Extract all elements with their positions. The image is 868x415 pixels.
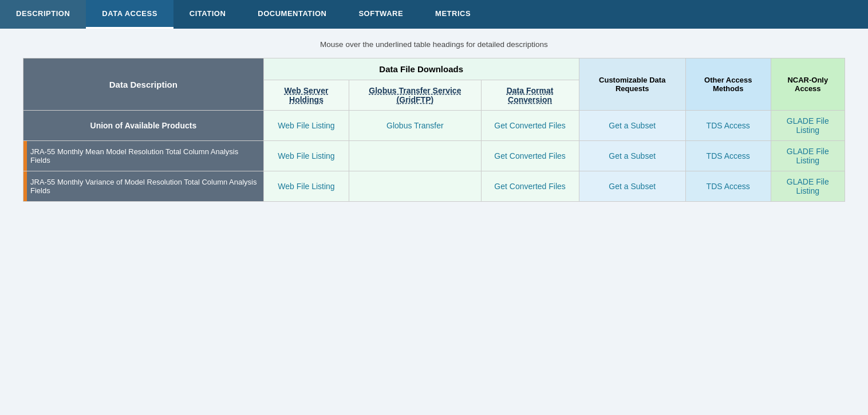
nav-citation[interactable]: CITATION	[173, 0, 242, 29]
col-header-other: Other Access Methods	[685, 58, 771, 111]
col-header-ncar: NCAR-Only Access	[771, 58, 845, 111]
item2-web-server[interactable]: Web File Listing	[263, 171, 349, 202]
table-row-union: Union of Available Products Web File Lis…	[23, 111, 845, 141]
nav-description[interactable]: DESCRIPTION	[0, 0, 86, 29]
col-header-custom: Customizable Data Requests	[579, 58, 685, 111]
nav-software[interactable]: SOFTWARE	[342, 0, 419, 29]
subhead-web-server[interactable]: Web Server Holdings	[263, 80, 349, 111]
union-web-server[interactable]: Web File Listing	[263, 111, 349, 141]
item2-ncar[interactable]: GLADE File Listing	[771, 171, 845, 202]
item1-desc: JRA-55 Monthly Mean Model Resolution Tot…	[23, 141, 264, 171]
item2-globus	[349, 171, 481, 202]
col-header-dl: Data File Downloads	[263, 58, 579, 80]
nav-documentation[interactable]: DOCUMENTATION	[242, 0, 342, 29]
item1-other[interactable]: TDS Access	[685, 141, 771, 171]
item1-data-format[interactable]: Get Converted Files	[481, 141, 579, 171]
item1-ncar[interactable]: GLADE File Listing	[771, 141, 845, 171]
table-row-item-1: JRA-55 Monthly Mean Model Resolution Tot…	[23, 141, 845, 171]
col-header-desc: Data Description	[23, 58, 264, 111]
union-subsetting[interactable]: Get a Subset	[579, 111, 685, 141]
orange-bar-1	[23, 141, 27, 171]
nav-data-access[interactable]: DATA ACCESS	[86, 0, 173, 29]
item2-desc: JRA-55 Monthly Variance of Model Resolut…	[23, 171, 264, 202]
union-data-format[interactable]: Get Converted Files	[481, 111, 579, 141]
nav-metrics[interactable]: METRICS	[419, 0, 487, 29]
main-nav: DESCRIPTION DATA ACCESS CITATION DOCUMEN…	[0, 0, 868, 29]
item2-other[interactable]: TDS Access	[685, 171, 771, 202]
item1-globus	[349, 141, 481, 171]
orange-bar-2	[23, 171, 27, 201]
subhead-globus[interactable]: Globus Transfer Service (GridFTP)	[349, 80, 481, 111]
union-desc: Union of Available Products	[23, 111, 264, 141]
item2-data-format[interactable]: Get Converted Files	[481, 171, 579, 202]
union-other[interactable]: TDS Access	[685, 111, 771, 141]
data-access-table: Data Description Data File Downloads Cus…	[23, 58, 845, 202]
item1-subsetting[interactable]: Get a Subset	[579, 141, 685, 171]
item2-subsetting[interactable]: Get a Subset	[579, 171, 685, 202]
subhead-data-format[interactable]: Data Format Conversion	[481, 80, 579, 111]
main-content: Mouse over the underlined table headings…	[0, 29, 868, 213]
hint-text: Mouse over the underlined table headings…	[23, 40, 845, 49]
union-ncar[interactable]: GLADE File Listing	[771, 111, 845, 141]
union-globus[interactable]: Globus Transfer	[349, 111, 481, 141]
item1-web-server[interactable]: Web File Listing	[263, 141, 349, 171]
table-row-item-2: JRA-55 Monthly Variance of Model Resolut…	[23, 171, 845, 202]
